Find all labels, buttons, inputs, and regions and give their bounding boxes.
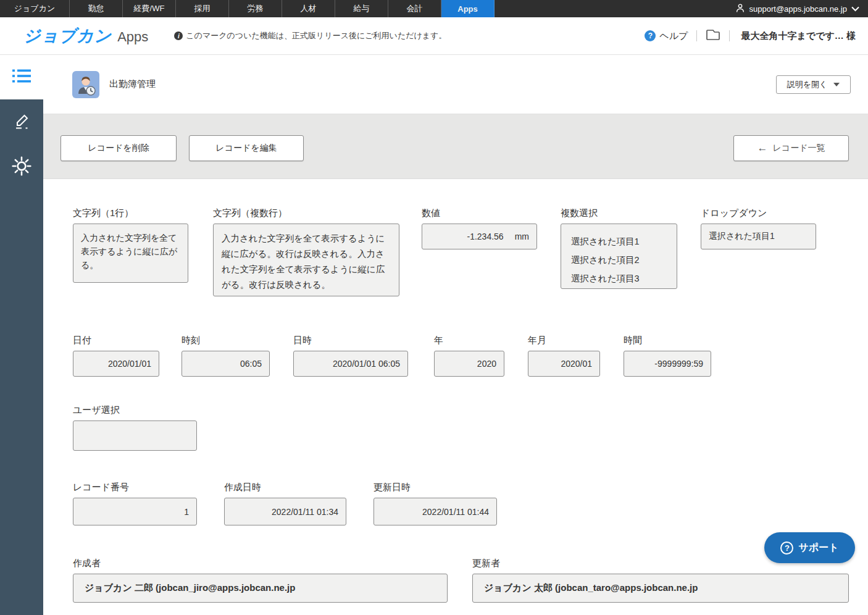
back-to-record-list-button[interactable]: ← レコード一覧 xyxy=(733,135,849,161)
field-value-box: 選択された項目1 xyxy=(701,224,816,249)
field-label: 文字列（1行） xyxy=(73,207,188,219)
selected-option: 選択された項目3 xyxy=(571,269,667,288)
delete-record-button[interactable]: レコードを削除 xyxy=(61,135,177,161)
field-value-box: 2020 xyxy=(434,351,504,377)
field-value-box: -9999999:59 xyxy=(624,351,711,377)
field-value-box: 2022/01/11 01:44 xyxy=(373,498,497,525)
jobcan-apps-page: ジョブカン 勤怠 経費/WF 採用 労務 人材 給与 会計 Apps suppo… xyxy=(0,0,868,615)
field-label: ユーザ選択 xyxy=(73,404,197,416)
nav-tab-kaikei[interactable]: 会計 xyxy=(388,0,441,17)
nav-tab-saiyo[interactable]: 採用 xyxy=(176,0,229,17)
number-value: -1.234.56 xyxy=(467,232,504,241)
user-icon xyxy=(735,3,745,15)
sidebar-item-record-list[interactable] xyxy=(0,55,43,99)
nav-tab-roumu[interactable]: 労務 xyxy=(229,0,282,17)
sidebar-item-edit[interactable] xyxy=(0,99,43,144)
global-header: ジョブカン Apps i このマークのついた機能は、正式版リリース後にご利用いた… xyxy=(0,17,868,55)
edit-record-button[interactable]: レコードを編集 xyxy=(189,135,304,161)
page-title: 出勤簿管理 xyxy=(109,78,156,90)
field-label: 日付 xyxy=(73,335,159,346)
number-unit: mm xyxy=(515,232,529,241)
field-label: 年月 xyxy=(528,335,600,346)
field-value-box xyxy=(73,420,197,451)
field-label: 日時 xyxy=(293,335,408,346)
field-label: 複数選択 xyxy=(561,207,677,219)
top-service-nav: ジョブカン 勤怠 経費/WF 採用 労務 人材 給与 会計 Apps suppo… xyxy=(0,0,868,17)
record-detail: 文字列（1行） 入力された文字列を全て表示するように縦に広がる。 文字列（複数行… xyxy=(43,179,868,615)
field-datetime: 日時 2020/01/01 06:05 xyxy=(293,335,408,377)
field-label: 文字列（複数行） xyxy=(213,207,399,219)
open-description-button[interactable]: 説明を開く xyxy=(776,75,851,94)
chevron-down-icon xyxy=(851,4,859,14)
back-arrow-icon: ← xyxy=(757,142,768,154)
field-label: 時刻 xyxy=(182,335,270,346)
record-toolbar: レコードを削除 レコードを編集 ← レコード一覧 xyxy=(43,114,868,179)
field-time: 時刻 06:05 xyxy=(182,335,270,377)
field-value-box: 2020/01/01 xyxy=(73,351,159,377)
folder-button[interactable] xyxy=(706,28,720,44)
field-value-box: 1 xyxy=(73,498,197,525)
jobcan-apps-logo[interactable]: ジョブカン Apps xyxy=(23,25,148,47)
sidebar xyxy=(0,55,43,615)
field-value-box: 06:05 xyxy=(182,351,270,377)
beta-notice: i このマークのついた機能は、正式版リリース後にご利用いただけます。 xyxy=(174,30,446,41)
gear-icon xyxy=(11,156,32,177)
field-label: ドロップダウン xyxy=(701,207,816,219)
field-label: 年 xyxy=(434,335,504,346)
field-label: 数値 xyxy=(422,207,537,219)
divider xyxy=(729,30,730,41)
field-value-box: ジョブカン 二郎 (jobcan_jiro@apps.jobcan.ne.jp xyxy=(73,574,448,603)
account-menu[interactable]: support@apps.jobcan.ne.jp xyxy=(735,0,868,17)
beta-notice-text: このマークのついた機能は、正式版リリース後にご利用いただけます。 xyxy=(186,30,446,41)
field-value-box: 入力された文字列を全て表示するように縦に広がる。改行は反映される。入力された文字… xyxy=(213,224,399,296)
nav-tab-jobcan[interactable]: ジョブカン xyxy=(0,0,70,17)
field-label: レコード番号 xyxy=(73,482,197,493)
field-year-month: 年月 2020/01 xyxy=(528,335,600,377)
field-value-box: -1.234.56 mm xyxy=(422,224,537,249)
edit-record-label: レコードを編集 xyxy=(215,143,277,154)
pencil-icon xyxy=(12,112,31,132)
app-icon-attendance xyxy=(72,71,99,98)
selected-option: 選択された項目2 xyxy=(571,251,667,269)
field-updated-at: 更新日時 2022/01/11 01:44 xyxy=(373,482,497,525)
question-icon: ? xyxy=(780,542,793,554)
field-number: 数値 -1.234.56 mm xyxy=(422,207,537,249)
nav-tab-kintai[interactable]: 勤怠 xyxy=(70,0,123,17)
nav-tab-kyuyo[interactable]: 給与 xyxy=(335,0,388,17)
caret-down-icon xyxy=(833,83,840,86)
info-icon: i xyxy=(174,31,183,40)
field-value-box: 2020/01/01 06:05 xyxy=(293,351,408,377)
field-text-single: 文字列（1行） 入力された文字列を全て表示するように縦に広がる。 xyxy=(73,207,188,283)
nav-tab-keihi-wf[interactable]: 経費/WF xyxy=(123,0,176,17)
field-value-box: ジョブカン 太郎 (jobcan_taro@apps.jobcan.ne.jp xyxy=(472,574,849,603)
field-value-box: 選択された項目1 選択された項目2 選択された項目3 xyxy=(561,224,677,289)
selected-option: 選択された項目1 xyxy=(571,232,667,251)
header-actions: ? ヘルプ 最大全角十字までです… 様 xyxy=(645,28,868,44)
field-value-box: 2020/01 xyxy=(528,351,600,377)
field-multi-select: 複数選択 選択された項目1 選択された項目2 選択された項目3 xyxy=(561,207,677,289)
field-label: 作成者 xyxy=(73,558,448,569)
logo-suffix-text: Apps xyxy=(117,29,148,45)
nav-tab-jinzai[interactable]: 人材 xyxy=(282,0,335,17)
current-user-name[interactable]: 最大全角十字までです… 様 xyxy=(741,30,856,42)
nav-tab-apps[interactable]: Apps xyxy=(441,0,495,17)
folder-icon xyxy=(706,28,720,44)
sidebar-item-settings[interactable] xyxy=(0,144,43,188)
field-dropdown: ドロップダウン 選択された項目1 xyxy=(701,207,816,249)
field-text-multi: 文字列（複数行） 入力された文字列を全て表示するように縦に広がる。改行は反映され… xyxy=(213,207,399,296)
logo-brand-text: ジョブカン xyxy=(23,25,112,47)
delete-record-label: レコードを削除 xyxy=(88,143,149,154)
field-label: 時間 xyxy=(624,335,711,346)
field-value-box: 2022/01/11 01:34 xyxy=(224,498,346,525)
field-updated-by: 更新者 ジョブカン 太郎 (jobcan_taro@apps.jobcan.ne… xyxy=(472,558,849,603)
back-to-record-list-label: レコード一覧 xyxy=(773,143,825,154)
field-value-box: 入力された文字列を全て表示するように縦に広がる。 xyxy=(73,224,188,283)
field-record-number: レコード番号 1 xyxy=(73,482,197,525)
field-duration: 時間 -9999999:59 xyxy=(624,335,711,377)
field-user-select: ユーザ選択 xyxy=(73,404,197,451)
help-link[interactable]: ? ヘルプ xyxy=(645,30,688,42)
field-created-by: 作成者 ジョブカン 二郎 (jobcan_jiro@apps.jobcan.ne… xyxy=(73,558,448,603)
support-button[interactable]: ? サポート xyxy=(764,532,855,563)
field-label: 作成日時 xyxy=(224,482,346,493)
field-year: 年 2020 xyxy=(434,335,504,377)
